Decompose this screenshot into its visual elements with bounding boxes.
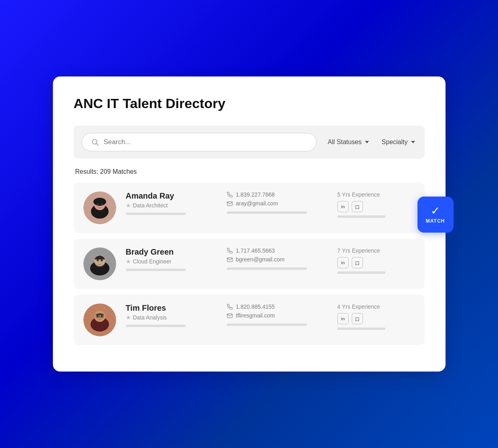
email-icon	[227, 313, 233, 319]
social-icons: in ◻	[337, 257, 363, 268]
phone-number: 1.839.227.7868	[236, 191, 275, 198]
meta-bar	[337, 271, 385, 274]
list-item[interactable]: Brady Green ★ Cloud Engineer 1.717.465.5…	[74, 239, 425, 289]
person-contact: 1.820.885.4155 tfliresgmail.com	[223, 303, 333, 326]
match-button-label: MATCH	[426, 218, 445, 224]
person-name: Amanda Ray	[126, 191, 223, 201]
person-contact: 1.839.227.7868 aray@gmail.com	[223, 191, 333, 214]
email-icon	[227, 201, 233, 207]
experience-text: 5 Yrs Experience	[337, 191, 380, 198]
instagram-icon[interactable]: ◻	[352, 201, 363, 212]
svg-point-6	[97, 203, 99, 205]
person-contact: 1.717.465.5663 bgreen@gmail.com	[223, 247, 333, 270]
person-meta: 7 Yrs Experience in ◻	[333, 247, 415, 274]
person-info: Amanda Ray ★ Data Architect	[126, 191, 223, 215]
email-item: aray@gmail.com	[227, 200, 333, 207]
phone-item: 1.820.885.4155	[227, 303, 333, 310]
avatar	[83, 191, 116, 224]
info-bar	[126, 269, 186, 271]
results-count: Results: 209 Matches	[74, 168, 425, 175]
search-wrapper	[82, 133, 317, 151]
avatar	[83, 303, 116, 336]
avatar	[83, 247, 116, 280]
person-role: ★ Data Architect	[126, 202, 223, 209]
phone-number: 1.820.885.4155	[236, 303, 275, 310]
search-icon	[91, 138, 99, 146]
status-filter-chevron-icon	[365, 141, 369, 143]
experience-text: 4 Yrs Experience	[337, 303, 380, 310]
email-icon	[227, 257, 233, 263]
person-meta: 5 Yrs Experience in ◻	[333, 191, 415, 218]
contact-bar	[227, 267, 307, 270]
svg-point-17	[97, 315, 99, 317]
person-role: ★ Cloud Engineer	[126, 258, 223, 265]
info-bar	[126, 213, 186, 215]
email-address: bgreen@gmail.com	[236, 256, 285, 263]
phone-number: 1.717.465.5663	[236, 247, 275, 254]
specialty-filter-label: Specialty	[382, 139, 408, 146]
phone-icon	[227, 248, 233, 254]
person-role: ★ Data Analysis	[126, 314, 223, 321]
email-address: aray@gmail.com	[236, 200, 278, 207]
phone-item: 1.839.227.7868	[227, 191, 333, 198]
instagram-icon[interactable]: ◻	[352, 257, 363, 268]
main-card: ANC IT Talent Directory All Statuses Spe…	[53, 76, 446, 372]
person-list: Amanda Ray ★ Data Architect 1.839.227.78…	[74, 183, 425, 351]
person-name: Brady Green	[126, 247, 223, 257]
email-address: tfliresgmail.com	[236, 312, 275, 319]
star-icon: ★	[126, 314, 131, 321]
match-button[interactable]: ✓ MATCH	[417, 197, 454, 233]
linkedin-icon[interactable]: in	[337, 201, 349, 212]
list-item[interactable]: Tim Flores ★ Data Analysis 1.820.885.415…	[74, 295, 425, 345]
star-icon: ★	[126, 258, 131, 265]
linkedin-icon[interactable]: in	[337, 257, 349, 268]
star-icon: ★	[126, 202, 131, 209]
email-item: bgreen@gmail.com	[227, 256, 333, 263]
experience-text: 7 Yrs Experience	[337, 247, 380, 254]
email-item: tfliresgmail.com	[227, 312, 333, 319]
search-input[interactable]	[104, 138, 308, 146]
specialty-filter-button[interactable]: Specialty	[380, 135, 417, 149]
page-title: ANC IT Talent Directory	[74, 96, 425, 111]
person-info: Tim Flores ★ Data Analysis	[126, 303, 223, 327]
svg-point-7	[101, 203, 103, 205]
meta-bar	[337, 215, 385, 218]
svg-point-18	[101, 315, 103, 317]
contact-bar	[227, 211, 307, 214]
linkedin-icon[interactable]: in	[337, 313, 349, 324]
contact-bar	[227, 323, 307, 326]
person-name: Tim Flores	[126, 303, 223, 313]
phone-icon	[227, 192, 233, 198]
search-filter-bar: All Statuses Specialty	[74, 126, 425, 159]
instagram-icon[interactable]: ◻	[352, 313, 363, 324]
social-icons: in ◻	[337, 313, 363, 324]
phone-item: 1.717.465.5663	[227, 247, 333, 254]
person-meta: 4 Yrs Experience in ◻	[333, 303, 415, 330]
match-check-icon: ✓	[431, 205, 440, 217]
status-filter-label: All Statuses	[328, 139, 361, 146]
svg-line-1	[96, 144, 98, 146]
info-bar	[126, 325, 186, 327]
specialty-filter-chevron-icon	[411, 141, 415, 143]
person-info: Brady Green ★ Cloud Engineer	[126, 247, 223, 271]
meta-bar	[337, 327, 385, 330]
list-item[interactable]: Amanda Ray ★ Data Architect 1.839.227.78…	[74, 183, 425, 233]
phone-icon	[227, 304, 233, 310]
status-filter-button[interactable]: All Statuses	[326, 135, 370, 149]
social-icons: in ◻	[337, 201, 363, 212]
